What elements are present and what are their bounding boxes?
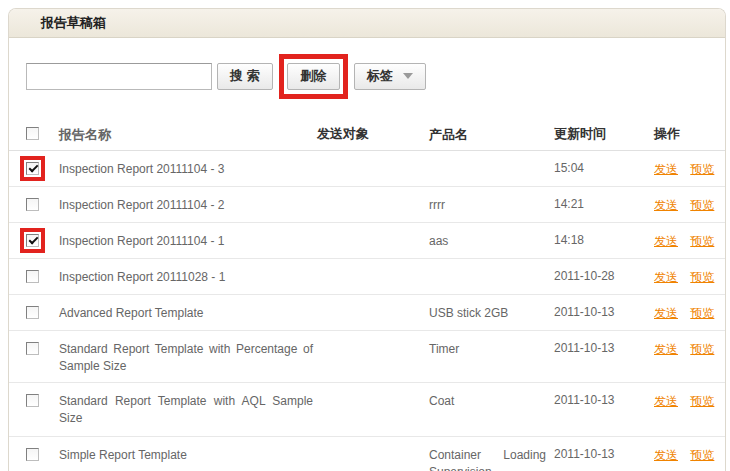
preview-link[interactable]: 预览: [690, 198, 714, 212]
send-link[interactable]: 发送: [654, 394, 678, 408]
table-row: Inspection Report 20111028 - 1 2011-10-2…: [9, 259, 725, 295]
checkbox-annotation: [20, 336, 45, 361]
report-name: Inspection Report 20111104 - 1: [59, 233, 317, 250]
row-checkbox[interactable]: [26, 162, 39, 175]
send-link[interactable]: 发送: [654, 162, 678, 176]
tag-button-label: 标签: [367, 67, 393, 85]
row-checkbox[interactable]: [26, 342, 39, 355]
table-header-row: 报告名称 发送对象 产品名 更新时间 操作: [9, 118, 725, 151]
checkbox-annotation: [20, 156, 45, 181]
row-checkbox[interactable]: [26, 198, 39, 211]
updated-time: 15:04: [554, 161, 654, 175]
header-send-target: 发送对象: [317, 125, 429, 143]
report-name: Standard Report Template with AQL Sample…: [59, 393, 317, 427]
preview-link[interactable]: 预览: [690, 270, 714, 284]
preview-link[interactable]: 预览: [690, 342, 714, 356]
header-actions: 操作: [654, 125, 725, 143]
table-row: Simple Report Template Container Loading…: [9, 437, 725, 471]
report-drafts-panel: 报告草稿箱 搜 索 删除 标签 报告名称 发送对象 产品名 更新时间 操作 In…: [8, 8, 726, 471]
checkbox-annotation: [20, 300, 45, 325]
preview-link[interactable]: 预览: [690, 448, 714, 462]
chevron-down-icon: [403, 73, 413, 79]
preview-link[interactable]: 预览: [690, 306, 714, 320]
preview-link[interactable]: 预览: [690, 394, 714, 408]
send-link[interactable]: 发送: [654, 306, 678, 320]
row-checkbox[interactable]: [26, 448, 39, 461]
search-input[interactable]: [26, 63, 212, 90]
updated-time: 14:21: [554, 197, 654, 211]
send-link[interactable]: 发送: [654, 448, 678, 462]
report-name: Inspection Report 20111104 - 2: [59, 197, 317, 214]
product-name: Timer: [429, 341, 554, 358]
report-name: Inspection Report 20111028 - 1: [59, 269, 317, 286]
delete-button[interactable]: 删除: [287, 63, 340, 90]
report-name: Inspection Report 20111104 - 3: [59, 161, 317, 178]
page-title: 报告草稿箱: [41, 14, 106, 32]
checkbox-annotation: [20, 264, 45, 289]
send-link[interactable]: 发送: [654, 270, 678, 284]
updated-time: 2011-10-13: [554, 393, 654, 407]
panel-titlebar: 报告草稿箱: [9, 9, 725, 38]
report-table-body: Inspection Report 20111104 - 3 15:04 发送 …: [9, 151, 725, 471]
header-updated-time: 更新时间: [554, 125, 654, 143]
toolbar: 搜 索 删除 标签: [26, 54, 725, 98]
product-name: aas: [429, 233, 554, 250]
table-row: Advanced Report Template USB stick 2GB 2…: [9, 295, 725, 331]
report-name: Simple Report Template: [59, 447, 317, 464]
report-name: Standard Report Template with Percentage…: [59, 341, 317, 375]
row-checkbox[interactable]: [26, 270, 39, 283]
row-checkbox[interactable]: [26, 234, 39, 247]
updated-time: 2011-10-13: [554, 341, 654, 355]
product-name: rrrr: [429, 197, 554, 214]
table-row: Inspection Report 20111104 - 2 rrrr 14:2…: [9, 187, 725, 223]
table-row: Standard Report Template with AQL Sample…: [9, 383, 725, 437]
updated-time: 2011-10-13: [554, 447, 654, 461]
report-name: Advanced Report Template: [59, 305, 317, 322]
updated-time: 2011-10-28: [554, 269, 654, 283]
preview-link[interactable]: 预览: [690, 162, 714, 176]
preview-link[interactable]: 预览: [690, 234, 714, 248]
updated-time: 14:18: [554, 233, 654, 247]
updated-time: 2011-10-13: [554, 305, 654, 319]
product-name: USB stick 2GB: [429, 305, 554, 322]
tag-button[interactable]: 标签: [354, 63, 426, 90]
header-product-name: 产品名: [429, 126, 554, 143]
select-all-checkbox[interactable]: [26, 127, 39, 140]
delete-button-annotation: 删除: [279, 54, 348, 99]
table-row: Inspection Report 20111104 - 1 aas 14:18…: [9, 223, 725, 259]
checkbox-annotation: [20, 228, 45, 253]
table-row: Standard Report Template with Percentage…: [9, 331, 725, 383]
checkbox-annotation: [20, 442, 45, 467]
send-link[interactable]: 发送: [654, 198, 678, 212]
header-report-name: 报告名称: [59, 126, 317, 143]
row-checkbox[interactable]: [26, 394, 39, 407]
send-link[interactable]: 发送: [654, 342, 678, 356]
search-button[interactable]: 搜 索: [217, 63, 273, 90]
checkbox-annotation: [20, 388, 45, 413]
checkbox-annotation: [20, 192, 45, 217]
product-name: Coat: [429, 393, 554, 410]
table-row: Inspection Report 20111104 - 3 15:04 发送 …: [9, 151, 725, 187]
send-link[interactable]: 发送: [654, 234, 678, 248]
row-checkbox[interactable]: [26, 306, 39, 319]
product-name: Container Loading Supervision: [429, 447, 554, 471]
